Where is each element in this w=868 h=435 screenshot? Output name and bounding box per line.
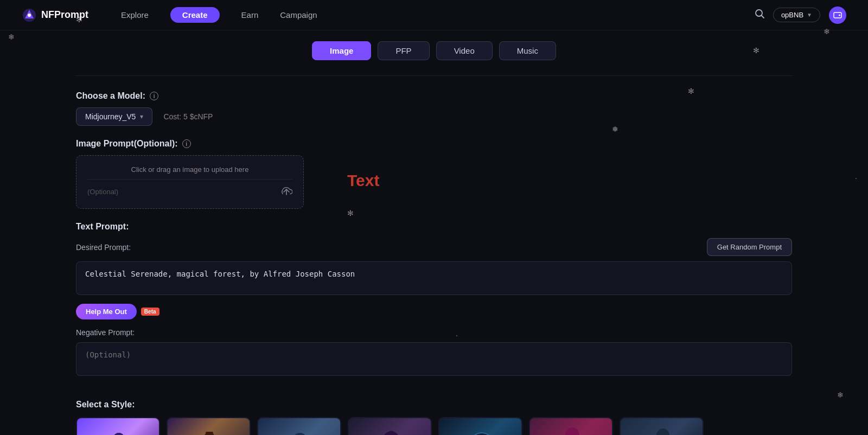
desired-prompt-row: Desired Prompt: Get Random Prompt <box>76 238 792 256</box>
help-me-button[interactable]: Help Me Out <box>76 304 137 319</box>
style-image-abstract <box>530 418 613 435</box>
style-image-anime <box>349 418 432 435</box>
upload-top: Click or drag an image to upload here <box>87 165 292 180</box>
text-prompt-section: Text Prompt: Desired Prompt: Get Random … <box>76 222 792 391</box>
tabs-row: Image PFP Video Music <box>76 41 792 60</box>
prompt-input[interactable]: Celestial Serenade, magical forest, by A… <box>76 261 792 295</box>
style-image-film <box>621 418 704 435</box>
text-label: Text <box>347 171 379 190</box>
style-card-anime[interactable]: Anime <box>348 417 432 435</box>
wallet-button[interactable] <box>829 7 846 24</box>
style-section-label: Select a Style: <box>76 400 792 410</box>
svg-point-73 <box>565 427 579 435</box>
model-section-label: Choose a Model: <box>76 91 145 101</box>
model-section-header: Choose a Model: i <box>76 91 792 101</box>
style-grid: Pixel <box>76 417 792 435</box>
logo-link[interactable]: NFPrompt <box>22 8 88 23</box>
upload-instructions: Click or drag an image to upload here <box>131 165 249 174</box>
tab-image[interactable]: Image <box>312 41 371 60</box>
style-section: Select a Style: <box>76 400 792 435</box>
style-card-illustration[interactable]: Illustration <box>257 417 341 435</box>
svg-point-53 <box>470 433 494 435</box>
chevron-down-icon: ▼ <box>807 12 812 18</box>
style-card-technology[interactable]: Technology <box>438 417 522 435</box>
svg-point-3 <box>756 10 762 16</box>
main-content: Image PFP Video Music Choose a Model: i … <box>54 30 814 435</box>
style-image-illustration <box>258 418 341 435</box>
style-card-abstract[interactable]: Abstract <box>529 417 613 435</box>
model-chevron-icon: ▾ <box>140 113 143 120</box>
model-section: Choose a Model: i Midjourney_V5 ▾ Cost: … <box>76 91 792 126</box>
navbar-links: Explore Create Earn Campaign <box>121 7 755 23</box>
negative-prompt-label: Negative Prompt: <box>76 328 792 337</box>
svg-line-4 <box>762 16 764 18</box>
navbar: NFPrompt Explore Create Earn Campaign op… <box>0 0 868 30</box>
style-image-cartoon <box>168 418 251 435</box>
model-info-icon[interactable]: i <box>150 92 158 100</box>
image-prompt-label: Image Prompt(Optional): <box>76 139 178 149</box>
snowflake-2: ❄ <box>8 33 15 41</box>
random-prompt-button[interactable]: Get Random Prompt <box>707 238 792 256</box>
model-row: Midjourney_V5 ▾ Cost: 5 $cNFP <box>76 107 792 126</box>
style-card-pixel[interactable]: Pixel <box>76 417 160 435</box>
image-prompt-section: Image Prompt(Optional): i Click or drag … <box>76 139 792 209</box>
svg-point-2 <box>28 14 31 17</box>
tab-video[interactable]: Video <box>436 41 493 60</box>
tab-pfp[interactable]: PFP <box>378 41 429 60</box>
style-card-cartoon[interactable]: Cartoon <box>167 417 251 435</box>
search-button[interactable] <box>755 9 764 21</box>
nav-earn[interactable]: Earn <box>241 8 259 22</box>
style-image-technology <box>439 418 522 435</box>
tab-music[interactable]: Music <box>499 41 556 60</box>
svg-rect-32 <box>206 432 213 435</box>
image-prompt-info-icon[interactable]: i <box>182 139 191 148</box>
upload-area[interactable]: Click or drag an image to upload here (O… <box>76 155 304 209</box>
divider <box>76 75 792 76</box>
nav-campaign[interactable]: Campaign <box>280 8 317 22</box>
style-card-film[interactable]: Film <box>620 417 704 435</box>
text-prompt-header: Text Prompt: <box>76 222 792 232</box>
style-image-pixel <box>77 418 160 435</box>
upload-bottom: (Optional) <box>87 185 292 199</box>
svg-point-85 <box>656 428 669 435</box>
desired-prompt-label: Desired Prompt: <box>76 243 131 252</box>
nav-explore[interactable]: Explore <box>121 8 149 22</box>
beta-badge: Beta <box>141 308 159 316</box>
navbar-right: opBNB ▼ <box>755 7 846 24</box>
logo-text: NFPrompt <box>41 9 88 21</box>
text-prompt-section-label: Text Prompt: <box>76 222 129 232</box>
help-me-row: Help Me Out Beta <box>76 304 792 319</box>
logo-icon <box>22 8 37 23</box>
selected-model-label: Midjourney_V5 <box>85 112 136 121</box>
negative-prompt-input[interactable] <box>76 342 792 376</box>
svg-point-6 <box>839 14 840 16</box>
svg-point-43 <box>293 433 307 435</box>
network-label: opBNB <box>781 11 803 19</box>
snowflake-11: ❄ <box>837 391 844 399</box>
upload-optional-label: (Optional) <box>87 188 118 196</box>
network-selector[interactable]: opBNB ▼ <box>773 8 820 22</box>
cost-label: Cost: 5 $cNFP <box>163 112 213 121</box>
model-selector[interactable]: Midjourney_V5 ▾ <box>76 107 152 126</box>
upload-cloud-icon[interactable] <box>280 185 292 199</box>
image-prompt-header: Image Prompt(Optional): i <box>76 139 792 149</box>
nav-create[interactable]: Create <box>170 7 220 23</box>
snowflake-12: · <box>855 174 857 182</box>
